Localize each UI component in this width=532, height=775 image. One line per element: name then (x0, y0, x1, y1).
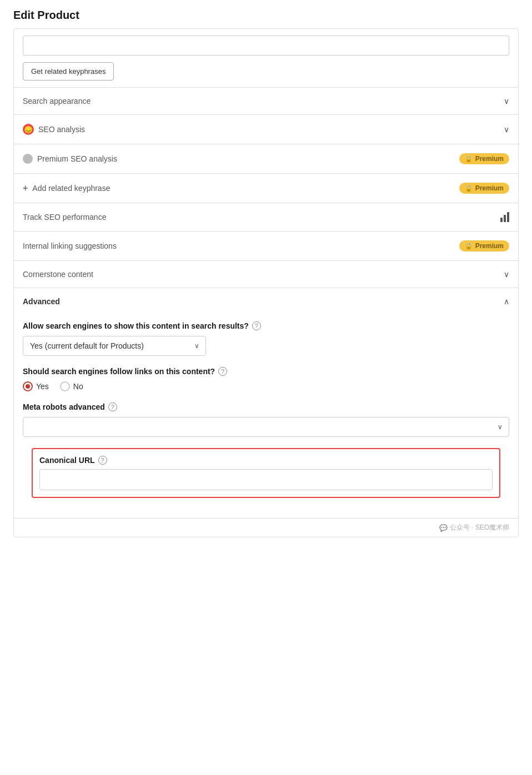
allow-search-engines-field: Allow search engines to show this conten… (23, 321, 509, 356)
chevron-up-icon: ∧ (504, 297, 509, 306)
page-header: Edit Product (0, 0, 532, 28)
canonical-url-label: Canonical URL ? (39, 456, 493, 465)
section-row-search-appearance[interactable]: Search appearance ∨ (14, 88, 518, 115)
section-row-add-keyphrase[interactable]: + Add related keyphrase 🔒 Premium (14, 174, 518, 203)
help-icon-allow-search[interactable]: ? (252, 321, 261, 330)
main-container: Get related keyphrases Search appearance… (13, 28, 519, 537)
add-keyphrase-label: + Add related keyphrase (23, 183, 110, 193)
follow-links-radio-group: Yes No (23, 381, 509, 391)
allow-search-engines-select-wrapper: Yes (current default for Products) No ∨ (23, 336, 206, 356)
track-seo-label: Track SEO performance (23, 213, 106, 222)
keyphrase-input[interactable] (23, 36, 509, 56)
chevron-down-icon: ∨ (504, 125, 509, 134)
cornerstone-label: Cornerstone content (23, 270, 93, 279)
lock-icon: 🔒 (465, 155, 473, 163)
internal-linking-label: Internal linking suggestions (23, 241, 117, 250)
section-row-track-seo[interactable]: Track SEO performance (14, 203, 518, 232)
help-icon-follow-links[interactable]: ? (218, 367, 227, 376)
advanced-label: Advanced (23, 297, 60, 306)
meta-robots-field: Meta robots advanced ? ∨ (23, 402, 509, 437)
radio-no-button[interactable] (60, 381, 70, 391)
premium-seo-label: Premium SEO analysis (23, 154, 117, 164)
help-icon-canonical[interactable]: ? (98, 456, 107, 465)
meta-robots-select-wrapper: ∨ (23, 417, 509, 437)
top-input-area: Get related keyphrases (14, 29, 518, 88)
lock-icon: 🔒 (465, 243, 473, 250)
meta-robots-select[interactable] (23, 417, 509, 437)
sad-face-icon: 😞 (23, 124, 34, 135)
lock-icon: 🔒 (465, 185, 473, 192)
watermark: 💬 公众号 · SEO魔术师 (14, 519, 518, 537)
help-icon-meta-robots[interactable]: ? (108, 402, 117, 411)
page-title: Edit Product (13, 9, 519, 22)
premium-badge-internal-linking: 🔒 Premium (459, 240, 509, 251)
premium-badge: 🔒 Premium (459, 153, 509, 164)
get-keyphrases-button[interactable]: Get related keyphrases (23, 62, 114, 80)
watermark-icon: 💬 (439, 524, 448, 532)
section-row-internal-linking[interactable]: Internal linking suggestions 🔒 Premium (14, 232, 518, 261)
radio-yes-button[interactable] (23, 381, 33, 391)
bar-chart-icon (500, 212, 509, 222)
allow-search-engines-label: Allow search engines to show this conten… (23, 321, 509, 330)
meta-robots-label: Meta robots advanced ? (23, 402, 509, 411)
premium-badge-add-keyphrase: 🔒 Premium (459, 183, 509, 194)
chevron-down-icon: ∨ (504, 270, 509, 279)
advanced-content: Allow search engines to show this conten… (14, 315, 518, 518)
chevron-down-icon: ∨ (504, 97, 509, 105)
follow-links-label: Should search engines follow links on th… (23, 367, 509, 376)
search-appearance-label: Search appearance (23, 97, 91, 105)
follow-links-no-option[interactable]: No (60, 381, 83, 391)
canonical-url-input[interactable] (39, 469, 493, 490)
advanced-section-header[interactable]: Advanced ∧ (14, 288, 518, 315)
section-row-premium-seo[interactable]: Premium SEO analysis 🔒 Premium (14, 144, 518, 174)
follow-links-field: Should search engines follow links on th… (23, 367, 509, 391)
follow-links-yes-option[interactable]: Yes (23, 381, 49, 391)
allow-search-engines-select[interactable]: Yes (current default for Products) No (23, 336, 206, 356)
gray-circle-icon (23, 154, 33, 164)
canonical-url-section: Canonical URL ? (32, 448, 500, 498)
section-row-seo-analysis[interactable]: 😞 SEO analysis ∨ (14, 115, 518, 144)
plus-icon: + (23, 183, 28, 193)
advanced-section: Advanced ∧ Allow search engines to show … (14, 288, 518, 519)
section-row-cornerstone[interactable]: Cornerstone content ∨ (14, 261, 518, 288)
seo-analysis-label: 😞 SEO analysis (23, 124, 85, 135)
